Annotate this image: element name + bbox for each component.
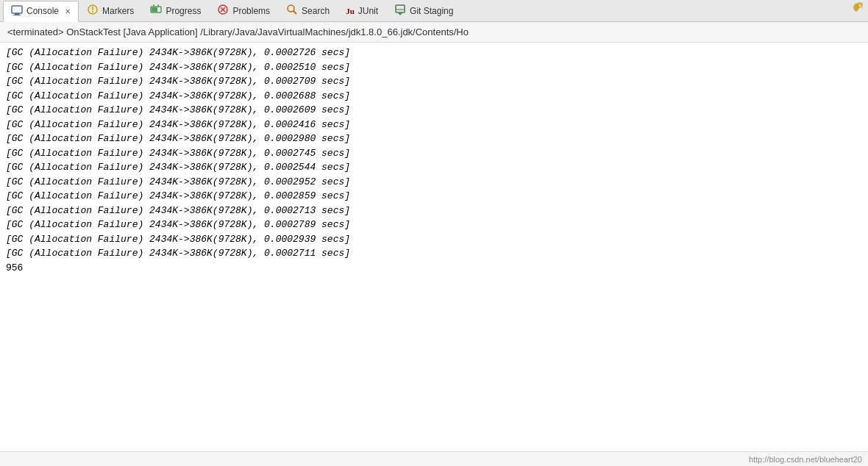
console-line: [GC (Allocation Failure) 2434K->386K(972…: [6, 103, 862, 118]
svg-rect-7: [152, 7, 157, 12]
console-line: [GC (Allocation Failure) 2434K->386K(972…: [6, 74, 862, 89]
problems-tab-label: Problems: [232, 6, 270, 16]
tab-junit[interactable]: Ju JUnit: [338, 0, 386, 21]
status-bar: http://blog.csdn.net/blueheart20: [0, 451, 868, 466]
console-icon: [11, 5, 23, 18]
tab-console[interactable]: Console ✕: [3, 1, 79, 22]
svg-rect-1: [15, 13, 19, 15]
console-line: [GC (Allocation Failure) 2434K->386K(972…: [6, 46, 862, 60]
eclipse-window: Console ✕ Markers: [0, 0, 868, 466]
scroll-to-end-icon[interactable]: ↻: [849, 1, 864, 19]
tab-problems[interactable]: Problems: [209, 0, 278, 21]
svg-point-5: [92, 11, 93, 12]
progress-icon: [150, 4, 162, 18]
tab-progress[interactable]: Progress: [142, 0, 209, 21]
tab-bar: Console ✕ Markers: [0, 0, 868, 22]
console-line: [GC (Allocation Failure) 2434K->386K(972…: [6, 232, 862, 247]
git-staging-tab-label: Git Staging: [410, 6, 453, 16]
console-line: 956: [6, 261, 862, 276]
tab-git-staging[interactable]: Git Staging: [386, 0, 461, 21]
console-line: [GC (Allocation Failure) 2434K->386K(972…: [6, 189, 862, 204]
console-output: [GC (Allocation Failure) 2434K->386K(972…: [0, 43, 868, 451]
console-line: [GC (Allocation Failure) 2434K->386K(972…: [6, 160, 862, 175]
progress-tab-label: Progress: [166, 6, 201, 16]
console-line: [GC (Allocation Failure) 2434K->386K(972…: [6, 146, 862, 161]
tab-markers[interactable]: Markers: [79, 0, 142, 21]
search-icon: [286, 4, 298, 18]
markers-tab-label: Markers: [102, 6, 134, 16]
tab-search[interactable]: Search: [278, 0, 338, 21]
status-url: http://blog.csdn.net/blueheart20: [749, 455, 862, 464]
svg-rect-2: [13, 15, 21, 15]
terminated-bar: <terminated> OnStackTest [Java Applicati…: [0, 22, 868, 43]
console-line: [GC (Allocation Failure) 2434K->386K(972…: [6, 118, 862, 132]
markers-icon: [87, 4, 99, 18]
junit-icon: Ju: [346, 7, 355, 15]
console-tab-label: Console: [26, 6, 59, 16]
console-line: [GC (Allocation Failure) 2434K->386K(972…: [6, 218, 862, 232]
console-close-button[interactable]: ✕: [65, 7, 71, 15]
console-line: [GC (Allocation Failure) 2434K->386K(972…: [6, 89, 862, 104]
console-line: [GC (Allocation Failure) 2434K->386K(972…: [6, 246, 862, 261]
console-line: [GC (Allocation Failure) 2434K->386K(972…: [6, 60, 862, 75]
problems-icon: [217, 4, 229, 18]
console-line: [GC (Allocation Failure) 2434K->386K(972…: [6, 132, 862, 146]
svg-line-14: [294, 11, 297, 15]
search-tab-label: Search: [302, 6, 330, 16]
console-line: [GC (Allocation Failure) 2434K->386K(972…: [6, 204, 862, 218]
console-line: [GC (Allocation Failure) 2434K->386K(972…: [6, 175, 862, 190]
git-icon: [394, 4, 406, 18]
svg-rect-15: [396, 5, 405, 12]
terminated-text: <terminated> OnStackTest [Java Applicati…: [7, 26, 469, 37]
svg-text:↻: ↻: [858, 4, 861, 8]
junit-tab-label: JUnit: [358, 6, 378, 16]
svg-rect-0: [12, 6, 22, 13]
